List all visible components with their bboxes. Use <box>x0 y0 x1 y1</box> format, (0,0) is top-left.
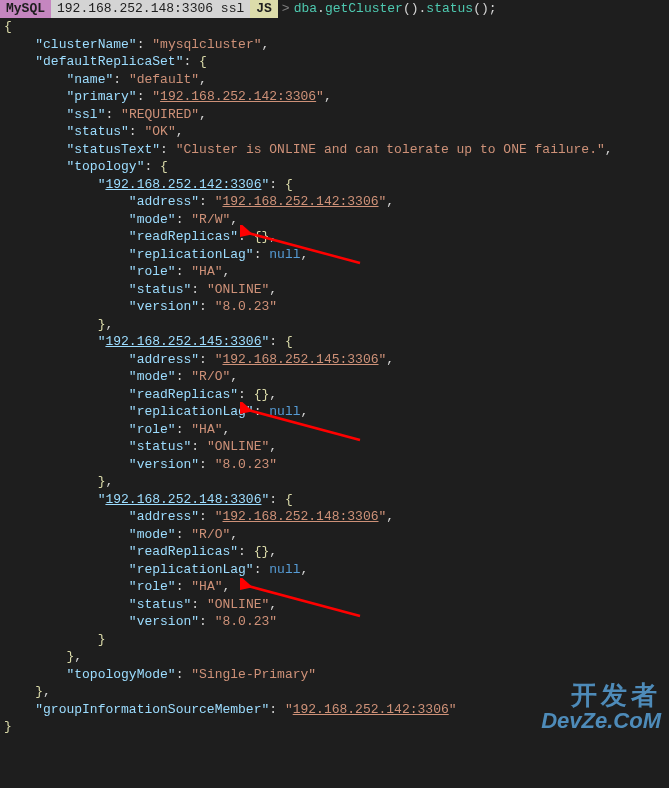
js-label: JS <box>256 1 272 16</box>
host-label: 192.168.252.148:3306 ssl <box>57 1 244 16</box>
prompt-bar: MySQL 192.168.252.148:3306 ssl JS > dba.… <box>0 0 669 18</box>
prompt-arrow: > <box>278 0 294 18</box>
watermark: 开发者 DevZe.CoM <box>541 681 661 734</box>
mysql-label: MySQL <box>6 1 45 16</box>
js-badge: JS <box>250 0 278 18</box>
mysql-badge: MySQL <box>0 0 51 18</box>
host-badge: 192.168.252.148:3306 ssl <box>51 0 250 18</box>
watermark-cn: 开发者 <box>541 681 661 710</box>
watermark-en: DevZe.CoM <box>541 709 661 733</box>
command-input[interactable]: dba.getCluster().status(); <box>294 0 497 18</box>
output-area: { "clusterName": "mysqlcluster", "defaul… <box>0 18 669 744</box>
